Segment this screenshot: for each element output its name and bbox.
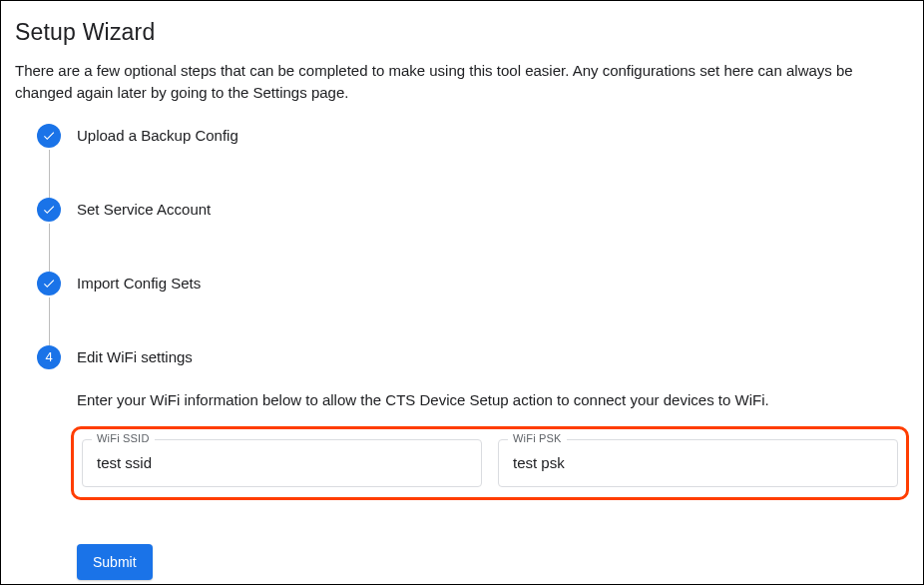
wifi-helper-text: Enter your WiFi information below to all… xyxy=(77,391,909,408)
step-import-config: Import Config Sets xyxy=(37,272,909,345)
step-connector xyxy=(49,224,50,272)
wifi-ssid-field-wrap: WiFi SSID xyxy=(82,439,482,487)
page-title: Setup Wizard xyxy=(15,19,909,46)
step-connector xyxy=(49,150,50,198)
wifi-psk-input[interactable] xyxy=(498,439,898,487)
wifi-psk-label: WiFi PSK xyxy=(508,432,567,444)
submit-button[interactable]: Submit xyxy=(77,544,153,580)
page-description: There are a few optional steps that can … xyxy=(15,60,909,104)
step-label: Edit WiFi settings xyxy=(77,345,909,369)
step-number: 4 xyxy=(45,349,52,364)
check-icon xyxy=(37,124,61,148)
step-connector xyxy=(49,297,50,345)
wifi-step-content: Enter your WiFi information below to all… xyxy=(77,391,909,580)
wifi-ssid-input[interactable] xyxy=(82,439,482,487)
check-icon xyxy=(37,198,61,222)
wifi-fields-highlight: WiFi SSID WiFi PSK xyxy=(71,426,909,500)
step-upload-backup: Upload a Backup Config xyxy=(37,124,909,198)
wifi-psk-field-wrap: WiFi PSK xyxy=(498,439,898,487)
step-number-icon: 4 xyxy=(37,345,61,369)
step-label: Upload a Backup Config xyxy=(77,124,909,148)
step-wifi-settings: 4 Edit WiFi settings Enter your WiFi inf… xyxy=(37,345,909,580)
step-service-account: Set Service Account xyxy=(37,198,909,272)
check-icon xyxy=(37,272,61,295)
stepper: Upload a Backup Config Set Service Accou… xyxy=(15,124,909,580)
step-label: Set Service Account xyxy=(77,198,909,222)
wifi-ssid-label: WiFi SSID xyxy=(92,432,155,444)
step-label: Import Config Sets xyxy=(77,272,909,295)
